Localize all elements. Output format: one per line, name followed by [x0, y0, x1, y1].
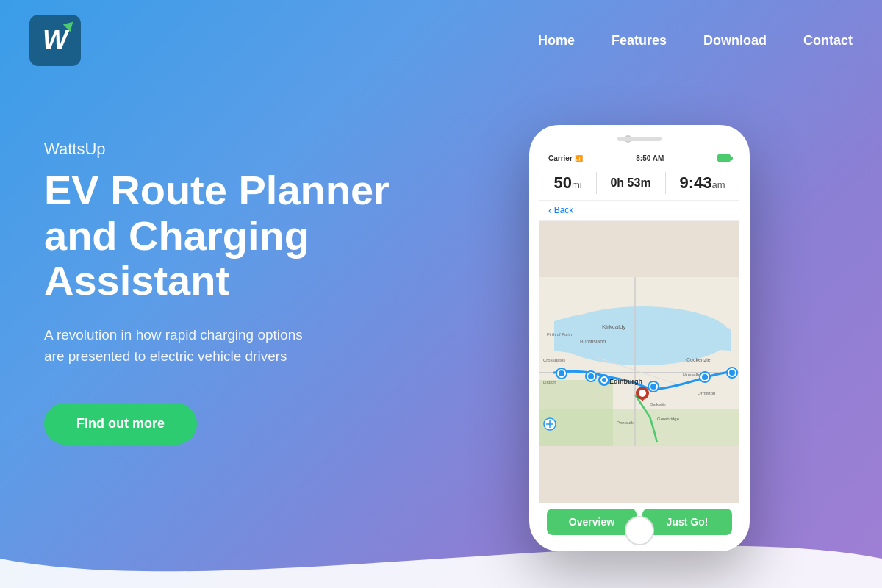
logo-letter: W	[43, 27, 68, 54]
arrival-unit: am	[711, 179, 725, 190]
distance-unit: mi	[572, 179, 582, 190]
svg-point-20	[559, 370, 564, 376]
overview-button[interactable]: Overview	[547, 509, 637, 535]
arrival-stat: 9:43am	[679, 173, 725, 193]
hero-description: A revolution in how rapid charging optio…	[44, 324, 323, 368]
back-chevron-icon: ‹	[548, 204, 552, 216]
status-carrier: Carrier 📶	[548, 154, 583, 162]
back-button[interactable]: ‹ Back	[548, 204, 731, 216]
svg-text:Firth of Forth: Firth of Forth	[547, 332, 572, 337]
nav-item-download[interactable]: Download	[703, 33, 767, 49]
svg-point-22	[588, 373, 594, 379]
main-content: WattsUp EV Route Planner and Charging As…	[0, 81, 882, 551]
svg-text:Crossgates: Crossgates	[543, 358, 565, 362]
distance-value: 50	[553, 173, 571, 192]
status-bar: Carrier 📶 8:50 AM	[539, 150, 739, 166]
hero-title: EV Route Planner and Charging Assistant	[44, 168, 397, 304]
duration-stat: 0h 53m	[610, 176, 650, 190]
phone-home-button[interactable]	[625, 516, 654, 545]
status-time: 8:50 AM	[636, 154, 664, 162]
hero-section: WattsUp EV Route Planner and Charging As…	[44, 110, 397, 445]
svg-text:Lisbon: Lisbon	[543, 380, 556, 384]
status-battery	[717, 154, 731, 162]
back-label: Back	[554, 205, 574, 215]
nav-item-home[interactable]: Home	[538, 33, 575, 49]
header: W Home Features Download Contact	[0, 0, 882, 81]
svg-point-27	[650, 384, 656, 390]
cta-button[interactable]: Find out more	[44, 403, 197, 445]
map-svg: Kirkcaldy Burntisland Crossgates Edinbur…	[539, 220, 739, 503]
nav-item-contact[interactable]: Contact	[803, 33, 853, 49]
svg-point-34	[639, 390, 646, 397]
main-nav: Home Features Download Contact	[538, 33, 853, 49]
phone-screen: Carrier 📶 8:50 AM 50mi 0h 53m	[539, 150, 739, 541]
svg-text:Penicuik: Penicuik	[617, 420, 634, 425]
duration-value: 0h 53m	[610, 176, 650, 189]
nav-item-features[interactable]: Features	[612, 33, 667, 49]
arrival-value: 9:43	[679, 173, 711, 192]
phone-mockup-container: Carrier 📶 8:50 AM 50mi 0h 53m	[397, 110, 838, 551]
svg-point-25	[602, 378, 606, 382]
phone-speaker	[617, 137, 662, 141]
phone-mockup: Carrier 📶 8:50 AM 50mi 0h 53m	[529, 125, 750, 551]
svg-text:Cockenzie: Cockenzie	[686, 357, 711, 362]
map-view: Kirkcaldy Burntisland Crossgates Edinbur…	[539, 220, 739, 503]
distance-stat: 50mi	[553, 173, 581, 193]
svg-text:Edinburgh: Edinburgh	[609, 378, 642, 385]
svg-text:Gorebridge: Gorebridge	[657, 417, 680, 421]
svg-point-31	[729, 370, 735, 376]
divider-2	[665, 172, 666, 194]
route-info-bar: 50mi 0h 53m 9:43am	[539, 166, 739, 201]
just-go-button[interactable]: Just Go!	[642, 509, 732, 535]
svg-point-29	[702, 374, 708, 380]
svg-text:Burntisland: Burntisland	[580, 339, 606, 344]
battery-icon	[717, 154, 731, 162]
app-label: WattsUp	[44, 140, 397, 159]
svg-rect-3	[539, 409, 739, 446]
logo: W	[29, 15, 81, 66]
svg-text:Kirkcaldy: Kirkcaldy	[602, 323, 625, 330]
back-bar: ‹ Back	[539, 201, 739, 220]
svg-text:Dalkeith: Dalkeith	[650, 402, 666, 406]
divider-1	[596, 172, 597, 194]
svg-text:Ormiston: Ormiston	[698, 391, 715, 395]
